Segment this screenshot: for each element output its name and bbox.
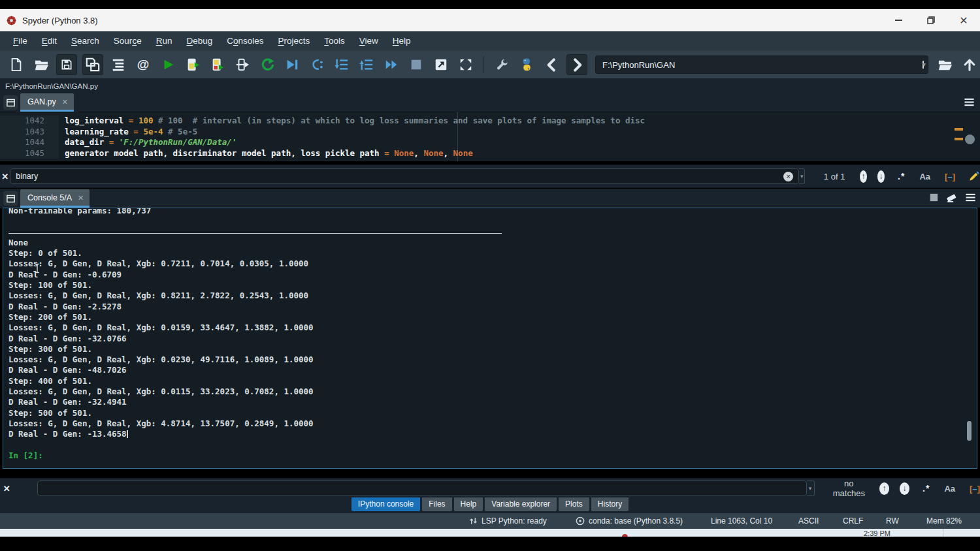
new-file-button[interactable] [7,55,26,74]
pane-tab-variable-explorer[interactable]: Variable explorer [485,497,557,511]
tab-close-icon[interactable]: ✕ [78,194,84,202]
run-file-button[interactable] [158,55,178,74]
find-next-button[interactable]: ↓ [877,170,885,183]
menu-item-consoles[interactable]: Consoles [220,31,270,51]
status-bar: LSP Python: ready conda: base (Python 3.… [0,513,980,529]
pythonpath-manager-button[interactable] [517,55,536,74]
pane-tab-files[interactable]: Files [422,497,451,511]
taskbar-clock[interactable]: 2:39 PM [864,529,890,537]
find-history-dropdown[interactable]: ▾ [799,168,805,184]
debug-stop-button[interactable] [406,55,426,74]
find-history-dropdown[interactable]: ▾ [807,480,815,496]
console-options-button[interactable] [965,193,976,202]
line-number: 1043 [0,127,59,138]
menu-item-debug[interactable]: Debug [179,31,220,51]
debug-file-button[interactable] [282,55,302,74]
save-all-button[interactable] [82,54,103,75]
parent-directory-button[interactable] [960,55,979,74]
pane-tab-plots[interactable]: Plots [559,497,589,511]
tab-close-icon[interactable]: ✕ [62,98,68,106]
clear-console-button[interactable] [946,191,958,204]
editor-options-button[interactable] [964,97,975,107]
find-input[interactable]: binary × [10,168,799,184]
case-sensitive-toggle[interactable]: Aa [919,172,930,181]
run-cell-advance-icon [210,57,225,72]
browse-tabs-icon [6,194,16,204]
close-find-icon[interactable]: ✕ [0,172,10,181]
code-editor[interactable]: 1042log_interval = 100 # 100 # interval … [0,112,980,161]
editor-tab-label: GAN.py [27,97,56,106]
at-icon: @ [137,57,150,72]
run-cell-advance-button[interactable] [208,55,227,74]
working-directory-input[interactable]: F:\PythonRun\GAN ▾ [595,55,928,74]
run-cell-icon [186,57,200,72]
tab-gan-py[interactable]: GAN.py ✕ [20,93,74,112]
windows-taskbar[interactable]: 2:39 PM [0,529,980,537]
code-line[interactable]: 1042log_interval = 100 # 100 # interval … [0,116,980,127]
debug-step-into-button[interactable] [332,55,351,74]
run-cell-button[interactable] [183,55,203,74]
outline-explorer-button[interactable] [108,55,128,74]
pane-tab-help[interactable]: Help [454,497,483,511]
whole-word-toggle[interactable]: [–] [945,172,955,181]
run-selection-button[interactable] [233,55,252,74]
minimize-button[interactable] [882,9,915,31]
find-symbols-button[interactable]: @ [133,55,153,74]
fullscreen-button[interactable] [456,55,476,74]
regex-toggle-icon[interactable]: .* [898,171,905,181]
debug-step-return-button[interactable] [357,55,376,74]
clear-search-icon[interactable]: × [783,172,793,181]
pane-tab-ipython-console[interactable]: IPython console [351,497,420,511]
code-line[interactable]: 1043learning_rate = 5e-4 # 5e-5 [0,127,980,138]
debug-step-button[interactable] [307,55,327,74]
regex-toggle-icon[interactable]: .* [923,483,930,494]
console-output: Non-trainable params: 180,737NoneStep: 0… [3,208,977,461]
save-button[interactable] [56,54,77,75]
pane-tab-history[interactable]: History [591,497,629,511]
close-find-icon[interactable]: ✕ [0,484,14,494]
find-previous-button[interactable]: ↑ [860,170,867,183]
close-button[interactable]: ✕ [947,9,980,31]
menu-item-search[interactable]: Search [64,31,106,51]
code-line[interactable]: 1044data_dir = 'F:/PythonRun/GAN/Data/' [0,137,980,148]
menu-item-file[interactable]: File [6,31,35,51]
preferences-button[interactable] [492,55,512,74]
browse-directory-button[interactable] [935,55,955,74]
find-next-button[interactable]: ↓ [900,482,909,495]
menu-item-view[interactable]: View [352,31,385,51]
restore-button[interactable] [915,9,947,31]
console-tab-label: Console 5/A [27,193,72,202]
menu-item-source[interactable]: Source [106,31,149,51]
console-line: Non-trainable params: 180,737 [8,208,977,216]
whole-word-toggle[interactable]: [–] [970,484,980,494]
maximize-pane-button[interactable] [431,55,451,74]
find-input[interactable] [37,480,807,496]
menu-item-tools[interactable]: Tools [317,31,352,51]
editor-scroll-knob[interactable] [965,134,975,144]
memory-status: Mem 82% [926,513,962,529]
interrupt-kernel-button[interactable] [928,192,939,203]
tab-console-5a[interactable]: Console 5/A ✕ [20,189,90,208]
new-file-icon [9,57,24,72]
code-line[interactable]: 1045generator model path, discriminator … [0,148,980,159]
ipython-console[interactable]: Non-trainable params: 180,737NoneStep: 0… [3,208,977,469]
find-previous-button[interactable]: ↑ [879,482,889,495]
match-count: 1 of 1 [819,172,849,181]
menu-item-help[interactable]: Help [385,31,418,51]
menu-item-edit[interactable]: Edit [35,31,64,51]
menu-item-projects[interactable]: Projects [271,31,318,51]
case-sensitive-toggle[interactable]: Aa [944,484,955,494]
console-line: Step: 200 of 501. [8,312,977,323]
browse-tabs-button[interactable] [3,95,18,110]
menu-item-run[interactable]: Run [149,31,180,51]
navigate-back-button[interactable] [542,55,561,74]
navigate-forward-button[interactable] [566,54,587,75]
rerun-cell-button[interactable] [257,55,277,74]
debug-continue-button[interactable] [382,55,401,74]
open-file-button[interactable] [31,55,51,74]
browse-consoles-button[interactable] [3,191,18,206]
taskbar-app-icon[interactable] [622,534,628,537]
console-scrollbar[interactable] [967,421,972,441]
chevron-down-icon[interactable]: ▾ [923,61,924,69]
highlight-matches-button[interactable] [968,170,980,182]
